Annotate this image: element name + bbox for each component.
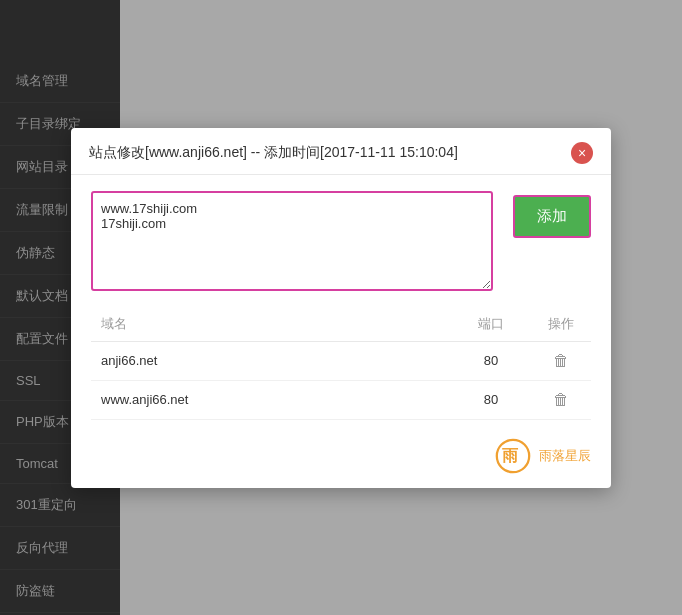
cell-action: 🗑 <box>531 380 591 419</box>
cell-domain: www.anji66.net <box>91 380 451 419</box>
table-row: anji66.net 80 🗑 <box>91 341 591 380</box>
cell-port: 80 <box>451 341 531 380</box>
branding: 雨 雨落星辰 <box>495 438 591 474</box>
domain-table: 域名 端口 操作 anji66.net 80 🗑 <box>91 307 591 420</box>
modal-header: 站点修改[www.anji66.net] -- 添加时间[2017-11-11 … <box>71 128 611 175</box>
page-wrapper: 域名管理 子目录绑定 网站目录 流量限制 伪静态 默认文档 配置文件 SSL P… <box>0 0 682 615</box>
add-domain-button[interactable]: 添加 <box>513 195 591 238</box>
add-domain-row: www.17shiji.com 17shiji.com 添加 <box>91 191 591 291</box>
table-row: www.anji66.net 80 🗑 <box>91 380 591 419</box>
modal-overlay: 站点修改[www.anji66.net] -- 添加时间[2017-11-11 … <box>0 0 682 615</box>
svg-text:雨: 雨 <box>502 447 519 465</box>
table-header: 域名 端口 操作 <box>91 307 591 342</box>
domain-textarea[interactable]: www.17shiji.com 17shiji.com <box>91 191 493 291</box>
col-header-action: 操作 <box>531 307 591 342</box>
delete-button[interactable]: 🗑 <box>553 391 569 409</box>
delete-button[interactable]: 🗑 <box>553 352 569 370</box>
modal-title: 站点修改[www.anji66.net] -- 添加时间[2017-11-11 … <box>89 144 458 162</box>
col-header-port: 端口 <box>451 307 531 342</box>
brand-text: 雨落星辰 <box>539 447 591 465</box>
modal-body: www.17shiji.com 17shiji.com 添加 域名 端口 操作 <box>71 175 611 436</box>
col-header-domain: 域名 <box>91 307 451 342</box>
modal-dialog: 站点修改[www.anji66.net] -- 添加时间[2017-11-11 … <box>71 128 611 488</box>
cell-domain: anji66.net <box>91 341 451 380</box>
modal-close-button[interactable]: × <box>571 142 593 164</box>
cell-action: 🗑 <box>531 341 591 380</box>
table-body: anji66.net 80 🗑 www.anji66.net 80 🗑 <box>91 341 591 419</box>
brand-logo-icon: 雨 <box>495 438 531 474</box>
cell-port: 80 <box>451 380 531 419</box>
